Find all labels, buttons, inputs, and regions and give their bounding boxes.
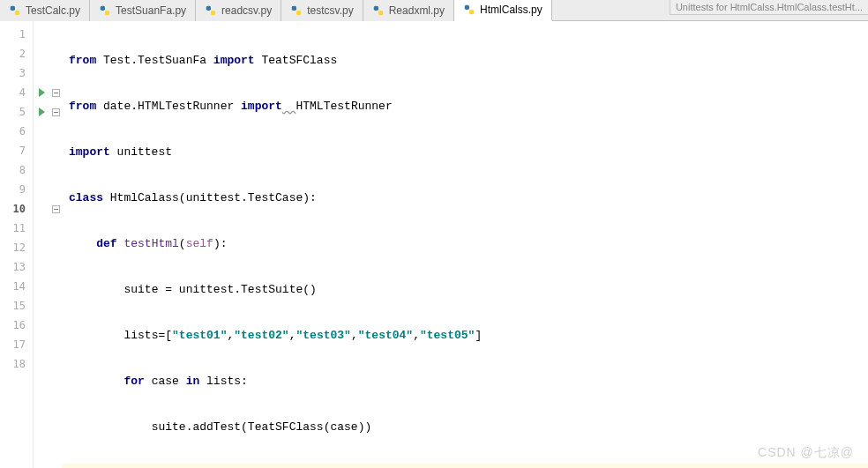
- line-number: 11: [0, 219, 33, 238]
- tab-testcalc[interactable]: TestCalc.py: [0, 0, 90, 21]
- python-icon: [9, 4, 21, 17]
- svg-rect-10: [465, 5, 469, 10]
- line-number: 2: [0, 44, 33, 63]
- tab-testcsv[interactable]: testcsv.py: [281, 0, 363, 21]
- code-line: import unittest: [62, 143, 868, 162]
- svg-rect-7: [296, 11, 301, 15]
- code-line: class HtmlCalass(unittest.TestCase):: [62, 189, 868, 208]
- svg-rect-6: [292, 5, 296, 10]
- tab-label: readcsv.py: [221, 4, 272, 17]
- tab-label: HtmlCalss.py: [480, 4, 542, 16]
- tab-label: testcsv.py: [307, 4, 353, 17]
- code-line: for case in lists:: [62, 372, 868, 391]
- line-number: 14: [0, 277, 33, 296]
- svg-rect-4: [206, 5, 211, 10]
- line-number: 15: [0, 296, 33, 316]
- python-icon: [463, 4, 475, 16]
- code-area[interactable]: from Test.TestSuanFa import TeatSFClass …: [62, 21, 868, 468]
- tab-testsuanfa[interactable]: TestSuanFa.py: [90, 0, 196, 21]
- svg-rect-2: [101, 5, 105, 10]
- line-number: 17: [0, 335, 33, 354]
- python-icon: [290, 4, 303, 17]
- fold-toggle-icon[interactable]: [52, 108, 60, 116]
- code-line-current: with open("../report1.html", "wb")as f:: [62, 464, 868, 468]
- tab-label: Readxml.py: [389, 4, 445, 17]
- code-editor[interactable]: 1 2 3 4 5 6 7 8 9 10 11 12 13 14 15 16 1…: [0, 21, 868, 468]
- line-number: 6: [0, 122, 33, 141]
- python-icon: [205, 4, 217, 17]
- code-line: lists=["test01","test02","test03","test0…: [62, 326, 868, 345]
- line-number: 7: [0, 141, 33, 160]
- python-icon: [372, 4, 385, 17]
- python-icon: [99, 4, 111, 17]
- line-number: 18: [0, 354, 33, 374]
- line-number: 4: [0, 83, 33, 102]
- code-line: suite = unittest.TestSuite(): [62, 280, 868, 300]
- tab-label: TestCalc.py: [26, 4, 80, 17]
- run-gutter: [34, 21, 49, 468]
- svg-rect-0: [11, 5, 15, 10]
- line-number: 10: [0, 199, 33, 219]
- fold-gutter: [49, 21, 62, 468]
- run-config-label: Unittests for HtmlCalss.HtmlCalass.testH…: [670, 0, 868, 15]
- line-number: 12: [0, 238, 33, 257]
- line-number: 13: [0, 257, 33, 277]
- line-number: 9: [0, 180, 33, 199]
- tab-htmlcalss[interactable]: HtmlCalss.py: [454, 0, 552, 21]
- fold-toggle-icon[interactable]: [52, 205, 60, 213]
- code-line: from Test.TestSuanFa import TeatSFClass: [62, 51, 868, 71]
- svg-rect-11: [469, 10, 474, 14]
- line-number: 3: [0, 63, 33, 83]
- line-number: 8: [0, 160, 33, 180]
- svg-rect-1: [15, 11, 19, 15]
- tab-readcsv[interactable]: readcsv.py: [196, 0, 281, 21]
- svg-rect-8: [373, 5, 378, 10]
- line-number: 5: [0, 102, 33, 122]
- run-method-icon[interactable]: [39, 108, 45, 116]
- run-class-icon[interactable]: [39, 88, 45, 97]
- code-line: suite.addTest(TeatSFClass(case)): [62, 418, 868, 437]
- line-number: 1: [0, 25, 33, 44]
- svg-rect-5: [211, 11, 215, 15]
- line-number-gutter: 1 2 3 4 5 6 7 8 9 10 11 12 13 14 15 16 1…: [0, 21, 34, 468]
- svg-rect-3: [105, 11, 109, 15]
- tab-label: TestSuanFa.py: [116, 4, 186, 17]
- line-number: 16: [0, 316, 33, 335]
- svg-rect-9: [378, 11, 383, 15]
- fold-toggle-icon[interactable]: [52, 89, 60, 97]
- code-line: def testHtml(self):: [62, 234, 868, 254]
- code-line: from date.HTMLTestRunner import HTMLTest…: [62, 97, 868, 116]
- tab-readxml[interactable]: Readxml.py: [363, 0, 454, 21]
